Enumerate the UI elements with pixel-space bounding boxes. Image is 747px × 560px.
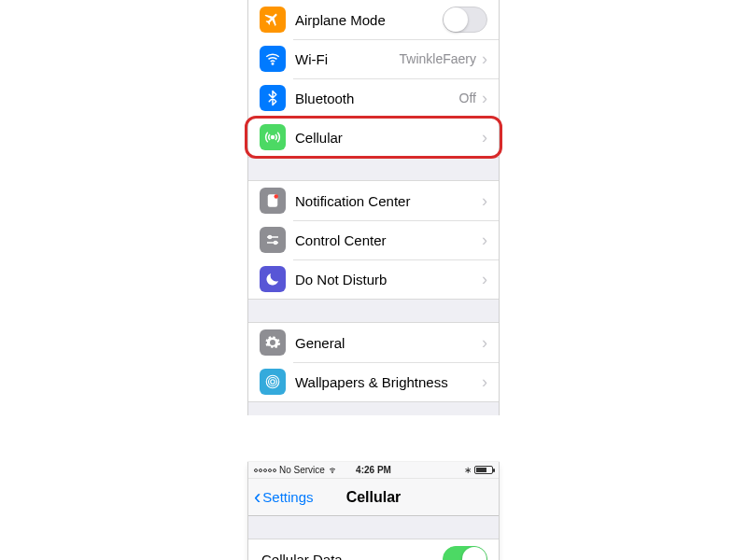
airplane-icon [260,7,286,33]
notification-center-icon [260,188,286,214]
gear-icon [260,329,286,356]
bluetooth-value: Off [459,91,476,105]
row-cellular-data[interactable]: Cellular Data [248,539,499,560]
row-bluetooth[interactable]: Bluetooth Off › [248,78,499,118]
wifi-value: TwinkleFaery [400,51,476,66]
cellular-icon [260,124,286,150]
bluetooth-label: Bluetooth [295,91,459,106]
moon-icon [260,266,286,292]
airplane-toggle[interactable] [443,7,487,33]
wallpapers-label: Wallpapers & Brightness [295,374,482,390]
control-center-label: Control Center [295,232,482,248]
svg-point-11 [331,471,332,472]
wifi-icon [260,46,286,72]
chevron-right-icon: › [482,231,487,248]
cellular-data-toggle[interactable] [443,546,487,560]
chevron-right-icon: › [482,192,487,209]
row-do-not-disturb[interactable]: Do Not Disturb › [248,259,499,299]
row-wifi[interactable]: Wi-Fi TwinkleFaery › [248,39,499,78]
nav-bar: ‹ Settings Cellular [248,479,499,516]
wifi-status-icon [328,467,337,474]
row-wallpapers-brightness[interactable]: Wallpapers & Brightness › [248,362,499,401]
signal-dots-icon [254,469,276,472]
svg-point-8 [271,380,275,385]
wallpapers-icon [260,369,286,395]
page-title: Cellular [248,489,499,506]
battery-icon [474,466,493,474]
row-airplane-mode[interactable]: Airplane Mode [248,0,499,39]
cellular-data-label: Cellular Data [261,552,443,561]
svg-point-9 [269,378,277,386]
carrier-text: No Service [279,465,325,475]
row-notification-center[interactable]: Notification Center › [248,181,499,220]
svg-point-1 [272,136,275,139]
row-general[interactable]: General › [248,323,499,362]
general-label: General [295,335,482,351]
row-control-center[interactable]: Control Center › [248,220,499,259]
chevron-right-icon: › [482,129,487,146]
status-bar: No Service 4:26 PM ∗ [248,462,499,479]
chevron-right-icon: › [482,90,487,106]
chevron-right-icon: › [482,50,487,67]
wifi-label: Wi-Fi [295,51,400,67]
dnd-label: Do Not Disturb [295,272,482,287]
airplane-label: Airplane Mode [295,12,443,28]
bluetooth-icon [260,85,286,111]
notification-center-label: Notification Center [295,193,482,209]
bluetooth-status-icon: ∗ [464,465,472,475]
chevron-right-icon: › [482,373,487,390]
chevron-right-icon: › [482,271,487,287]
cellular-label: Cellular [295,130,482,146]
control-center-icon [260,227,286,253]
svg-point-0 [272,63,274,65]
chevron-right-icon: › [482,334,487,351]
svg-point-3 [275,194,279,199]
row-cellular[interactable]: Cellular › [248,118,499,157]
